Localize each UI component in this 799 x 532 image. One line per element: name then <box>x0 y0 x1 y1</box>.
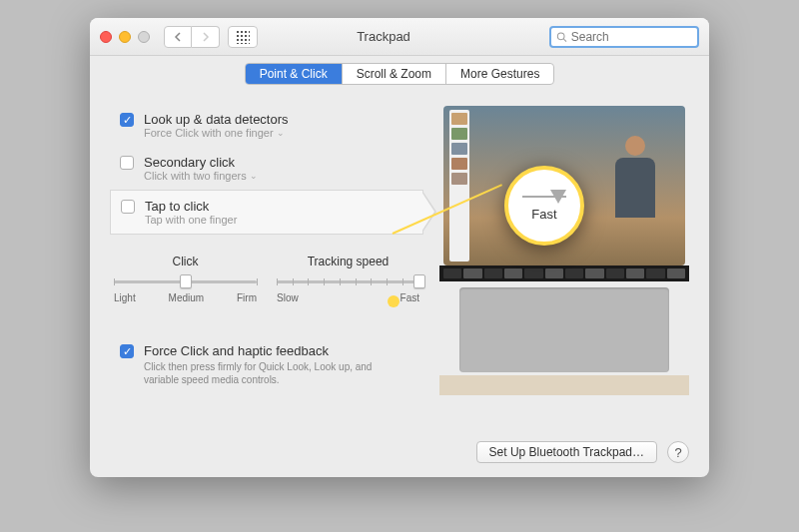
tab-point-click[interactable]: Point & Click <box>246 64 343 84</box>
sliders: Click Light Medium Firm Tra <box>110 255 423 303</box>
selection-arrow-icon <box>422 191 436 234</box>
option-title: Force Click and haptic feedback <box>144 343 374 358</box>
trackpad-preview <box>439 106 689 395</box>
preferences-window: Trackpad Point & Click Scroll & Zoom Mor… <box>90 18 709 477</box>
option-subtitle: Tap with one finger <box>145 214 237 226</box>
back-button[interactable] <box>164 26 192 48</box>
option-subtitle[interactable]: Force Click with one finger ⌄ <box>144 127 289 139</box>
option-title: Look up & data detectors <box>144 112 289 127</box>
tabs-row: Point & Click Scroll & Zoom More Gesture… <box>90 56 709 92</box>
click-slider: Click Light Medium Firm <box>114 255 257 303</box>
tab-scroll-zoom[interactable]: Scroll & Zoom <box>343 64 446 84</box>
tracking-speed-slider: Tracking speed <box>277 255 419 303</box>
slider-knob[interactable] <box>180 274 192 288</box>
preview-touchbar <box>439 266 689 281</box>
preview-trackpad <box>459 287 669 372</box>
window-title: Trackpad <box>226 29 541 44</box>
option-title: Tap to click <box>145 199 237 214</box>
tabs: Point & Click Scroll & Zoom More Gesture… <box>245 63 555 85</box>
preview-sidebar <box>449 110 469 262</box>
option-title: Secondary click <box>144 155 258 170</box>
content: Look up & data detectors Force Click wit… <box>90 92 709 395</box>
tab-more-gestures[interactable]: More Gestures <box>446 64 553 84</box>
checkbox-tap[interactable] <box>121 200 135 214</box>
help-button[interactable]: ? <box>667 441 689 463</box>
bluetooth-trackpad-button[interactable]: Set Up Bluetooth Trackpad… <box>476 441 657 463</box>
tracking-slider-track[interactable] <box>277 274 419 288</box>
minimize-icon[interactable] <box>119 31 131 43</box>
preview-desk <box>439 375 689 395</box>
svg-point-0 <box>557 32 564 39</box>
slider-marks: Light Medium Firm <box>114 292 257 303</box>
checkbox-force-click[interactable] <box>120 344 134 358</box>
option-lookup[interactable]: Look up & data detectors Force Click wit… <box>110 104 423 147</box>
click-slider-track[interactable] <box>114 274 257 288</box>
option-subtitle[interactable]: Click with two fingers ⌄ <box>144 170 258 182</box>
footer: Set Up Bluetooth Trackpad… ? <box>476 441 689 463</box>
callout-slider-icon <box>522 191 566 203</box>
traffic-lights <box>100 31 150 43</box>
callout-label: Fast <box>531 207 556 222</box>
chevron-down-icon: ⌄ <box>277 128 285 138</box>
forward-button[interactable] <box>192 26 220 48</box>
slider-label: Tracking speed <box>277 255 419 268</box>
titlebar: Trackpad <box>90 18 709 56</box>
svg-line-1 <box>563 39 566 42</box>
callout-magnifier: Fast <box>504 166 584 246</box>
preview-person <box>605 136 665 236</box>
close-icon[interactable] <box>100 31 112 43</box>
slider-knob[interactable] <box>413 274 425 288</box>
checkbox-secondary[interactable] <box>120 156 134 170</box>
zoom-icon <box>138 31 150 43</box>
left-column: Look up & data detectors Force Click wit… <box>110 92 423 395</box>
preview-column <box>439 92 689 395</box>
chevron-down-icon: ⌄ <box>250 171 258 181</box>
checkbox-lookup[interactable] <box>120 113 134 127</box>
search-input[interactable] <box>571 30 692 44</box>
option-secondary-click[interactable]: Secondary click Click with two fingers ⌄ <box>110 147 423 190</box>
option-tap-to-click[interactable]: Tap to click Tap with one finger <box>110 190 423 235</box>
callout-dot-icon <box>388 295 400 307</box>
slider-label: Click <box>114 255 257 268</box>
search-field[interactable] <box>549 26 699 48</box>
nav-buttons <box>164 26 220 48</box>
option-description: Click then press firmly for Quick Look, … <box>144 360 374 386</box>
force-click-option[interactable]: Force Click and haptic feedback Click th… <box>110 343 423 386</box>
search-icon <box>556 31 567 43</box>
